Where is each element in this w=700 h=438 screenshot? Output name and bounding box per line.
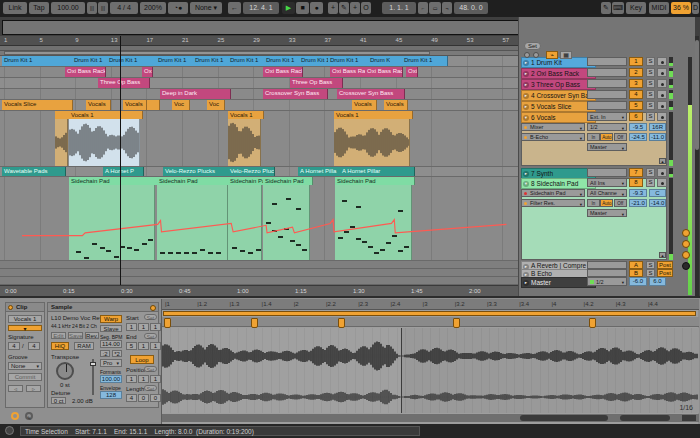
start-value-part[interactable]: 1 <box>150 323 161 331</box>
track-arm-button[interactable] <box>657 90 667 99</box>
clip-crossover-syn-bass[interactable]: Crossover Syn Bass <box>337 89 405 99</box>
sample-loop-brace[interactable] <box>163 311 696 316</box>
end-set-button[interactable]: Set <box>144 333 157 339</box>
length-value-part[interactable]: 4 <box>126 394 137 402</box>
track-solo-button[interactable]: S <box>646 90 655 99</box>
preview-volume-knob[interactable] <box>682 262 690 270</box>
crossfade-a-button[interactable] <box>682 229 690 237</box>
track-fold-icon[interactable]: ▾ <box>523 115 529 121</box>
tap-tempo-button[interactable]: Tap <box>29 2 49 14</box>
position-value[interactable]: 111 <box>126 375 162 383</box>
return-io-box[interactable] <box>587 261 627 269</box>
track-input-chooser[interactable] <box>587 57 627 66</box>
device-chooser[interactable]: Filter Res.▾ <box>521 199 585 207</box>
track-solo-button[interactable]: S <box>646 57 655 66</box>
io-radio-right[interactable] <box>533 52 539 58</box>
groove-chooser[interactable]: None▾ <box>8 362 42 370</box>
start-value-part[interactable]: 1 <box>126 323 137 331</box>
track-input-chooser[interactable]: All Ins▾ <box>587 178 627 187</box>
loop-start-field[interactable]: 1. 1. 1 <box>382 2 416 14</box>
track-name-4[interactable]: 4 Crossover Syn Bass▸ <box>521 90 596 101</box>
end-value-part[interactable]: 5 <box>126 342 137 350</box>
sample-collapse-icon[interactable] <box>150 305 156 311</box>
device-chooser[interactable]: Mixer▾ <box>521 123 585 131</box>
clip-oxi-bass-rack[interactable]: Ox <box>142 67 153 77</box>
reverse-sample-button[interactable]: Rev. <box>85 332 99 339</box>
return-solo-button[interactable]: S <box>646 269 655 277</box>
clip-vocals-slice[interactable]: Voc <box>207 100 225 110</box>
clip-oxi-bass-rack[interactable]: Oxi Bass Rack <box>365 67 403 77</box>
stop-button[interactable]: ■ <box>296 2 309 14</box>
end-value-part[interactable]: 1 <box>150 342 161 350</box>
end-value-part[interactable]: 1 <box>138 342 149 350</box>
clip-vocals[interactable]: Vocals 1 <box>69 111 143 119</box>
scale-field[interactable]: 200% <box>140 2 166 14</box>
track-number[interactable]: 4 <box>629 90 643 99</box>
clip-synth[interactable]: A Hornet P <box>103 167 144 176</box>
follow-button[interactable]: ← <box>228 2 241 14</box>
track-arm-button[interactable] <box>657 57 667 66</box>
save-sample-button[interactable]: Save <box>68 332 83 339</box>
track-solo-button[interactable]: S <box>646 79 655 88</box>
track-input-chooser[interactable] <box>587 168 627 177</box>
nudge-up-button[interactable]: ||| <box>98 2 108 14</box>
track-solo-button[interactable]: S <box>646 112 655 121</box>
envelope-value[interactable]: 128 <box>100 391 122 399</box>
warp-marker[interactable] <box>589 318 596 328</box>
return-post-toggle[interactable]: Post <box>657 269 673 277</box>
track-solo-button[interactable]: S <box>646 68 655 77</box>
clip-sidechain-pad[interactable]: Sidechain Pad <box>157 177 231 185</box>
track-number[interactable]: 8 <box>629 178 643 187</box>
device-chooser[interactable]: Sidechain Pad▾ <box>521 189 585 197</box>
formants-value[interactable]: 100.00 <box>100 375 122 383</box>
track-pan-field[interactable]: -11.0 <box>649 133 666 141</box>
track-fold-icon[interactable]: ▸ <box>523 93 529 99</box>
track-input-chooser[interactable] <box>587 79 627 88</box>
nudge-back-button[interactable]: ◃ <box>8 385 23 392</box>
transpose-value[interactable]: 0 st <box>60 382 70 389</box>
clip-synth[interactable]: A Hornet Pillar <box>340 167 415 176</box>
track-volume-field[interactable]: -24.5 <box>629 133 647 141</box>
clip-panel-toggle[interactable] <box>11 412 19 420</box>
time-signature-field[interactable]: 4 / 4 <box>110 2 138 14</box>
track-fold-icon[interactable]: ▸ <box>523 71 529 77</box>
automation-arm-button[interactable]: ✎ <box>339 2 349 14</box>
clip-three-op-bass[interactable]: Three Op Bass <box>290 78 343 88</box>
unfold-button[interactable]: ▲ <box>659 252 666 258</box>
clip-vocals-slice[interactable]: Voc <box>172 100 190 110</box>
nudge-forward-button[interactable]: ▹ <box>26 385 41 392</box>
track-arm-button[interactable] <box>657 101 667 110</box>
clip-activator-led[interactable] <box>8 305 13 310</box>
length-set-button[interactable]: Set <box>144 385 157 391</box>
loop-switch[interactable]: ▭ <box>429 2 441 14</box>
track-input-chooser[interactable] <box>587 101 627 110</box>
ram-toggle[interactable]: RAM <box>74 342 94 350</box>
track-name-2[interactable]: 2 Oxi Bass Rack▸ <box>521 68 596 79</box>
track-number[interactable]: 7 <box>629 168 643 177</box>
clip-vocals[interactable]: Vocals 1 <box>228 111 264 119</box>
signature-denominator[interactable]: 4 <box>28 342 40 350</box>
slave-toggle[interactable]: Slave <box>100 325 122 332</box>
clip-body-sidechain-pad[interactable] <box>69 185 155 260</box>
track-solo-button[interactable]: S <box>646 178 655 187</box>
editor-scrollbar[interactable] <box>162 414 699 422</box>
track-name-5[interactable]: 5 Vocals Slice▸ <box>521 101 596 112</box>
sample-editor-ruler[interactable]: |1|1.2|1.3|1.4|2|2.2|2.3|2.4|3|3.2|3.3|3… <box>162 299 699 310</box>
mixer-show-icon[interactable]: ▦ <box>560 51 572 59</box>
track-name-6[interactable]: 6 Vocals▾ <box>521 112 596 123</box>
transpose-knob[interactable] <box>56 362 74 380</box>
double-tempo-button[interactable]: *2 <box>112 350 122 357</box>
clip-drum-kit[interactable]: Drum Kit 1 <box>328 56 369 66</box>
warp-marker-lane[interactable] <box>162 317 699 327</box>
track-input-chooser[interactable] <box>587 68 627 77</box>
output-chooser[interactable]: All Channe▾ <box>587 189 627 197</box>
monitor-in[interactable]: In <box>587 133 600 141</box>
clip-drum-kit[interactable]: Drum Kit 1 <box>72 56 108 66</box>
commit-button[interactable]: Commit <box>8 373 42 381</box>
sample-file-name[interactable]: L10 Demo Voc Reve <box>51 315 101 322</box>
start-value[interactable]: 111 <box>126 323 162 331</box>
track-volume-field[interactable]: -21.0 <box>629 199 647 207</box>
track-name-3[interactable]: 3 Three Op Bass▸ <box>521 79 596 90</box>
record-button[interactable]: ● <box>310 2 323 14</box>
track-pan-field[interactable]: 16R <box>649 123 666 131</box>
